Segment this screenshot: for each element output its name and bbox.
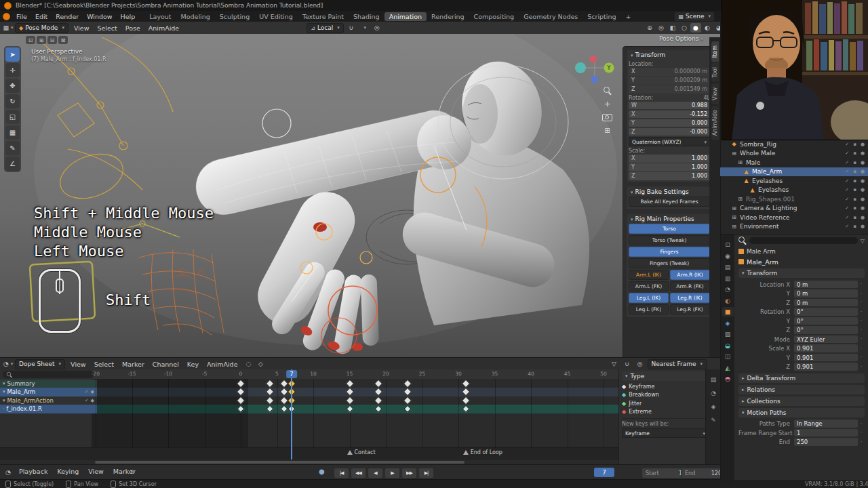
filter-icon[interactable]: ▽ [861, 238, 865, 244]
field-z[interactable]: 0 m [794, 299, 858, 307]
cursor-tool[interactable]: ✛ [5, 63, 20, 77]
timeline-marker-end-of-loop[interactable]: End of Loop [463, 449, 502, 455]
workspace-tab-sculpting[interactable]: Sculpting [215, 12, 254, 21]
properties-tab-tool[interactable]: ⊡ [722, 240, 734, 249]
animate-dot-icon[interactable]: · [858, 300, 865, 306]
pan-hand-icon[interactable]: ✛ [604, 101, 610, 108]
properties-tab-particles[interactable]: ▨ [722, 329, 734, 339]
viewport-visibility-icon[interactable]: ▪ [853, 224, 856, 229]
viewport-visibility-icon[interactable]: ▪ [853, 142, 856, 147]
animate-dot-icon[interactable]: · [858, 346, 865, 352]
viewport-visibility-icon[interactable]: ▪ [853, 205, 856, 211]
workspace-tab-animation[interactable]: Animation [384, 12, 427, 21]
panel-tab-view[interactable]: ◔ [709, 388, 718, 397]
rig-button-arm-r-ik[interactable]: Arm.R (IK) [670, 270, 710, 280]
channel-male-armaction[interactable]: ▾Male_ArmAction✓◆ [0, 396, 97, 405]
timeline-ruler[interactable] [92, 369, 618, 380]
npanel-tab-tool[interactable]: Tool [711, 63, 719, 82]
jump-to-start-button[interactable]: |◀ [334, 468, 349, 479]
field-rotation-x[interactable]: 0° [794, 308, 858, 316]
animate-dot-icon[interactable]: · [858, 309, 865, 315]
lock-icon[interactable]: ◆ [91, 398, 94, 403]
blender-menu-icon[interactable] [3, 13, 10, 20]
rig-button-arm-l-fk[interactable]: Arm.L (FK) [629, 281, 669, 291]
field-end[interactable]: 250 [794, 438, 858, 446]
render-visibility-icon[interactable]: ● [861, 178, 865, 184]
measure-tool[interactable]: ∠ [5, 157, 20, 171]
snap-magnet-icon[interactable]: ∪ [346, 23, 357, 33]
transform-gizmo-icon[interactable]: ⊕ [644, 23, 655, 33]
outliner-row-environment[interactable]: ⊞Environment✓▪● [720, 222, 868, 232]
viewport-visibility-icon[interactable]: ▪ [853, 197, 856, 202]
field-frame-range-start[interactable]: 1 [794, 429, 858, 437]
npanel-tab-view[interactable]: View [711, 83, 719, 104]
rotation-w-field[interactable]: W0.988 [629, 102, 710, 110]
outliner-row-eyelashes[interactable]: ▲Eyelashes✓▪● [720, 186, 868, 195]
keyframe-type-extreme[interactable]: ◆Extreme✕ [622, 408, 709, 417]
viewport-visibility-icon[interactable]: ▪ [853, 160, 856, 165]
viewport-menu-animaide[interactable]: AnimAide [144, 24, 183, 32]
checkbox-icon[interactable]: ✓ [845, 142, 849, 147]
animate-dot-icon[interactable]: · [858, 327, 865, 333]
playback-menu-playback[interactable]: Playback [15, 468, 52, 475]
outliner-row-whole-male[interactable]: ⊞Whole Male✓▪● [720, 149, 868, 159]
menu-help[interactable]: Help [117, 13, 140, 20]
menu-window[interactable]: Window [83, 13, 116, 20]
animate-dot-icon[interactable]: · [858, 430, 865, 436]
editor-type-icon[interactable]: ◔ [3, 359, 14, 369]
properties-tab-render[interactable]: ◉ [722, 251, 734, 261]
collapse-arrow-icon[interactable] [629, 52, 633, 58]
search-icon[interactable] [738, 237, 747, 245]
marker-strip[interactable] [0, 447, 618, 460]
rig-button-leg-l-fk[interactable]: Leg.L (FK) [629, 304, 669, 314]
checkbox-icon[interactable]: ✓ [845, 215, 849, 220]
rotation-y-field[interactable]: Y0.000 [629, 119, 710, 127]
rotate-tool[interactable]: ↻ [5, 94, 20, 108]
keyframe-type-keyframe[interactable]: ◆Keyframe✕ [622, 382, 709, 391]
frame-start-field[interactable]: Start1 [642, 468, 686, 479]
camera-view-icon[interactable] [602, 114, 612, 121]
animate-dot-icon[interactable]: · [858, 439, 865, 445]
checkbox-icon[interactable]: ✓ [845, 169, 849, 174]
workspace-tab-texture-paint[interactable]: Texture Paint [298, 12, 349, 21]
outliner-row-rig-shapes-001[interactable]: ⊞Rig_Shapes.001✓▪● [720, 195, 868, 204]
outliner-row-male[interactable]: ⊞Male✓▪● [720, 158, 868, 167]
properties-tab-output[interactable]: ▤ [722, 262, 734, 272]
collapse-arrow-icon[interactable] [629, 188, 633, 195]
panel-tab-modifiers[interactable]: ◈ [709, 402, 718, 411]
npanel-tab-item[interactable]: Item [711, 41, 719, 62]
bake-all-keyed-frames-button[interactable]: Bake All Keyed Frames [629, 197, 710, 207]
location-y-field[interactable]: Y0.000209 m [629, 77, 710, 85]
transform-tool[interactable]: ▦ [5, 125, 20, 140]
option-toggle-4[interactable]: ⊠ [58, 36, 68, 44]
auto-keyframe-toggle[interactable]: ● [319, 468, 325, 475]
properties-tab-object[interactable]: ■ [722, 307, 734, 317]
checkbox-icon[interactable]: ✓ [845, 224, 849, 229]
channel-search[interactable] [3, 371, 94, 378]
properties-tab-view-layer[interactable]: ▥ [722, 274, 734, 283]
workspace-tab-layout[interactable]: Layout [144, 12, 176, 21]
move-tool[interactable]: ✥ [5, 79, 20, 93]
viewport-visibility-icon[interactable]: ▪ [853, 169, 856, 174]
viewport-visibility-icon[interactable]: ▪ [853, 187, 856, 192]
option-toggle-1[interactable]: ⊡ [26, 36, 35, 44]
editor-type-icon[interactable]: ▦ [3, 23, 14, 33]
render-visibility-icon[interactable]: ● [861, 205, 865, 211]
rotation-x-field[interactable]: X-0.152 [629, 110, 710, 119]
scale-z-field[interactable]: Z1.000 [629, 172, 710, 180]
scene-selector[interactable]: ▦ Scene [674, 12, 715, 22]
render-visibility-icon[interactable]: ● [861, 197, 865, 202]
option-toggle-2[interactable]: ⊞ [37, 36, 46, 44]
dopesheet-menu-marker[interactable]: Marker [118, 361, 149, 368]
rig-button-torso[interactable]: Torso [629, 224, 710, 234]
checkbox-icon[interactable]: ✓ [845, 178, 849, 184]
material-shading-icon[interactable]: ◐ [702, 23, 713, 33]
rig-button-leg-r-fk[interactable]: Leg.R (FK) [670, 304, 710, 314]
wireframe-shading-icon[interactable]: ○ [679, 23, 690, 33]
panel-tab-fcurve[interactable]: ▤ [709, 375, 718, 384]
viewport-3d-canvas[interactable]: Y [0, 34, 722, 357]
sync-icon[interactable]: ↻ [130, 468, 136, 475]
collapse-arrow-icon[interactable]: ▾ [625, 373, 628, 379]
magnet-snap-icon[interactable]: ∪ [622, 359, 633, 369]
snap-settings-dropdown[interactable] [359, 23, 370, 33]
